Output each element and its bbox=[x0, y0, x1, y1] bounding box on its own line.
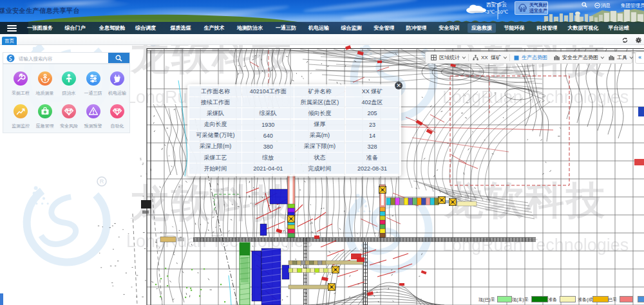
svg-text:R: R bbox=[100, 178, 104, 185]
svg-text:LongRuan Technologies: LongRuan Technologies bbox=[442, 236, 629, 255]
